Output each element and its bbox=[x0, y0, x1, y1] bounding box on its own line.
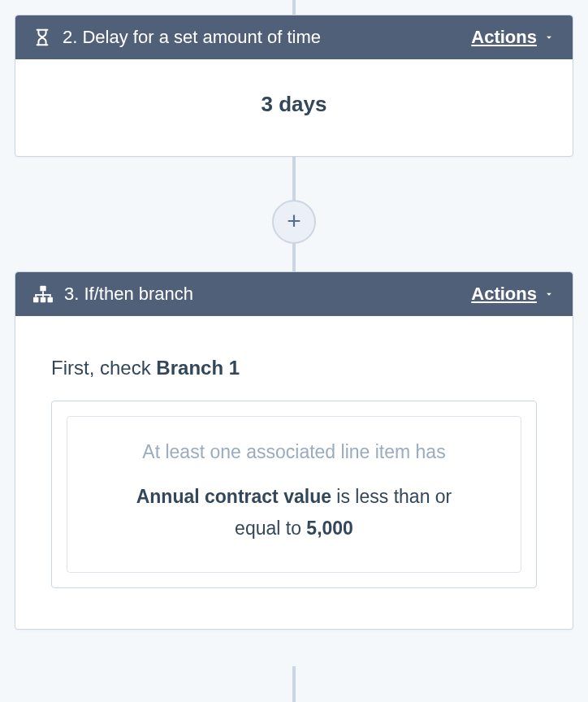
svg-rect-2 bbox=[41, 297, 45, 302]
add-step-button[interactable]: + bbox=[272, 200, 316, 244]
condition-scope: At least one associated line item has bbox=[90, 441, 498, 463]
svg-rect-7 bbox=[42, 294, 44, 297]
sitemap-icon bbox=[33, 285, 53, 303]
step-header: 2. Delay for a set amount of time Action… bbox=[15, 15, 573, 59]
hourglass-icon bbox=[33, 28, 51, 46]
svg-rect-8 bbox=[50, 294, 51, 297]
actions-dropdown[interactable]: Actions bbox=[471, 284, 555, 305]
condition-group: At least one associated line item has An… bbox=[51, 401, 537, 588]
step-body: First, check Branch 1 At least one assoc… bbox=[15, 316, 573, 629]
delay-duration: 3 days bbox=[40, 92, 548, 117]
connector-line bbox=[292, 0, 296, 15]
step-title: 2. Delay for a set amount of time bbox=[63, 27, 471, 48]
svg-rect-1 bbox=[33, 297, 38, 302]
connector-line bbox=[292, 666, 296, 702]
svg-rect-3 bbox=[48, 297, 53, 302]
condition-item: At least one associated line item has An… bbox=[67, 416, 521, 573]
svg-rect-6 bbox=[35, 294, 37, 297]
svg-rect-0 bbox=[40, 286, 45, 291]
actions-dropdown[interactable]: Actions bbox=[471, 27, 555, 48]
step-title: 3. If/then branch bbox=[64, 284, 471, 305]
step-header: 3. If/then branch Actions bbox=[15, 272, 573, 316]
step-body: 3 days bbox=[15, 59, 573, 156]
condition-expression: Annual contract value is less than or eq… bbox=[90, 481, 498, 544]
plus-icon: + bbox=[287, 209, 301, 233]
workflow-step-branch[interactable]: 3. If/then branch Actions First, check B… bbox=[15, 271, 573, 630]
workflow-step-delay[interactable]: 2. Delay for a set amount of time Action… bbox=[15, 15, 573, 157]
chevron-down-icon bbox=[543, 288, 555, 300]
workflow-canvas: 2. Delay for a set amount of time Action… bbox=[0, 0, 588, 702]
chevron-down-icon bbox=[543, 32, 555, 43]
svg-rect-4 bbox=[42, 291, 44, 294]
branch-check-label: First, check Branch 1 bbox=[51, 357, 537, 379]
